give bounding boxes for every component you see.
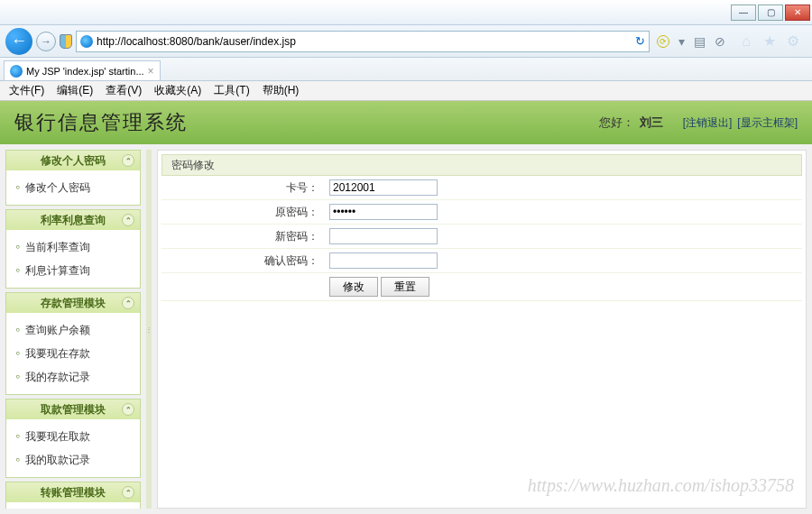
toolbar-icons: ⟳ ▾ ▤ ⊘ — [653, 34, 729, 49]
menu-bar: 文件(F) 编辑(E) 查看(V) 收藏夹(A) 工具(T) 帮助(H) — [0, 81, 812, 101]
menu-file[interactable]: 文件(F) — [4, 81, 50, 100]
sidebar-section-list: 修改个人密码 — [6, 170, 140, 205]
sidebar-section: 取款管理模块⌃我要现在取款我的取款记录 — [5, 399, 141, 478]
tabs-bar: My JSP 'index.jsp' startin... × — [0, 58, 812, 81]
tab-close-icon[interactable]: × — [148, 65, 154, 78]
show-frame-link[interactable]: [显示主框架] — [737, 115, 798, 131]
sidebar: 修改个人密码⌃修改个人密码利率利息查询⌃当前利率查询利息计算查询存款管理模块⌃查… — [5, 150, 141, 509]
menu-edit[interactable]: 编辑(E) — [51, 81, 98, 100]
sidebar-section: 利率利息查询⌃当前利率查询利息计算查询 — [5, 209, 141, 289]
sidebar-item[interactable]: 当前利率查询 — [15, 235, 131, 259]
reset-button[interactable]: 重置 — [381, 277, 429, 297]
content-area: 修改个人密码⌃修改个人密码利率利息查询⌃当前利率查询利息计算查询存款管理模块⌃查… — [0, 144, 812, 514]
feed-icon[interactable]: ▤ — [694, 34, 706, 49]
confirm-password-input[interactable] — [329, 252, 438, 269]
sidebar-section: 存款管理模块⌃查询账户余额我要现在存款我的存款记录 — [5, 292, 141, 395]
tab-active[interactable]: My JSP 'index.jsp' startin... × — [4, 60, 161, 80]
minimize-button[interactable]: — — [731, 5, 756, 21]
sidebar-item[interactable]: 查询账户余额 — [15, 318, 131, 342]
newpwd-label: 新密码： — [161, 225, 324, 249]
greeting-label: 您好： — [599, 115, 634, 131]
app-header: 银行信息管理系统 您好： 刘三 [注销退出] [显示主框架] — [0, 101, 812, 144]
window-buttons: — ▢ ✕ — [731, 5, 810, 21]
password-form: 卡号： 原密码： 新密码： 确认密码： 修改 重置 — [161, 176, 802, 301]
back-button[interactable]: ← — [5, 28, 32, 55]
menu-tools[interactable]: 工具(T) — [208, 81, 254, 100]
old-password-input[interactable] — [329, 204, 438, 220]
sidebar-section-header[interactable]: 取款管理模块⌃ — [6, 399, 140, 419]
sidebar-section-list: 当前利率查询利息计算查询 — [6, 230, 140, 288]
card-input[interactable] — [329, 179, 438, 196]
splitter-handle[interactable]: ⋮ — [146, 150, 152, 509]
window-titlebar: — ▢ ✕ — [0, 0, 812, 25]
oldpwd-label: 原密码： — [161, 200, 324, 225]
collapse-icon[interactable]: ⌃ — [122, 486, 134, 499]
menu-favorites[interactable]: 收藏夹(A) — [149, 81, 207, 100]
url-input[interactable] — [97, 32, 632, 51]
sidebar-item[interactable]: 利息计算查询 — [15, 259, 131, 282]
sidebar-item[interactable]: 我要现在取款 — [15, 425, 131, 448]
panel-title: 密码修改 — [161, 154, 802, 176]
tab-page-icon — [10, 65, 23, 78]
refresh-icon[interactable]: ↻ — [635, 34, 645, 48]
sidebar-section-header[interactable]: 存款管理模块⌃ — [6, 293, 140, 313]
menu-view[interactable]: 查看(V) — [100, 81, 147, 100]
sidebar-item[interactable]: 我要现在转账 — [15, 508, 131, 509]
favorites-icon[interactable]: ★ — [761, 33, 778, 50]
browser-navbar: ← → ↻ ⟳ ▾ ▤ ⊘ ⌂ ★ ⚙ — [0, 25, 812, 58]
close-button[interactable]: ✕ — [785, 5, 810, 21]
settings-gear-icon[interactable]: ⚙ — [785, 33, 801, 50]
address-bar[interactable]: ↻ — [76, 31, 650, 52]
tab-title: My JSP 'index.jsp' startin... — [26, 66, 144, 77]
main-panel: 密码修改 卡号： 原密码： 新密码： 确认密码： 修改 — [157, 150, 807, 509]
sidebar-section-list: 查询账户余额我要现在存款我的存款记录 — [6, 313, 140, 394]
sidebar-item[interactable]: 我的取款记录 — [15, 448, 131, 472]
new-password-input[interactable] — [329, 228, 438, 244]
dropdown-icon[interactable]: ▾ — [678, 34, 685, 49]
forward-button[interactable]: → — [36, 32, 56, 51]
collapse-icon[interactable]: ⌃ — [122, 154, 134, 167]
sidebar-section-header[interactable]: 修改个人密码⌃ — [6, 151, 140, 170]
maximize-button[interactable]: ▢ — [758, 5, 783, 21]
sidebar-section-header[interactable]: 转账管理模块⌃ — [6, 482, 140, 502]
home-icon[interactable]: ⌂ — [738, 33, 754, 50]
sidebar-section: 转账管理模块⌃我要现在转账我的转账记录 — [5, 482, 141, 509]
collapse-icon[interactable]: ⌃ — [122, 403, 134, 416]
collapse-icon[interactable]: ⌃ — [122, 297, 134, 309]
sidebar-section: 修改个人密码⌃修改个人密码 — [5, 150, 141, 206]
card-label: 卡号： — [161, 176, 324, 200]
logout-link[interactable]: [注销退出] — [683, 115, 733, 131]
security-shield-icon[interactable] — [60, 34, 72, 49]
user-area: 您好： 刘三 [注销退出] [显示主框架] — [599, 115, 798, 131]
browser-right-icons: ⌂ ★ ⚙ — [733, 33, 807, 50]
sidebar-section-header[interactable]: 利率利息查询⌃ — [6, 210, 140, 230]
submit-button[interactable]: 修改 — [329, 277, 378, 297]
sidebar-section-list: 我要现在取款我的取款记录 — [6, 419, 140, 477]
stop-icon[interactable]: ⊘ — [715, 34, 725, 49]
confirm-label: 确认密码： — [161, 249, 324, 273]
sidebar-section-list: 我要现在转账我的转账记录 — [6, 502, 140, 509]
ie-page-icon — [80, 35, 93, 48]
sidebar-item[interactable]: 我要现在存款 — [15, 342, 131, 365]
menu-help[interactable]: 帮助(H) — [257, 81, 305, 100]
compat-icon[interactable]: ⟳ — [657, 35, 669, 48]
app-title: 银行信息管理系统 — [14, 109, 188, 136]
username: 刘三 — [640, 115, 663, 131]
sidebar-item[interactable]: 我的存款记录 — [15, 365, 131, 389]
collapse-icon[interactable]: ⌃ — [122, 214, 134, 226]
sidebar-item[interactable]: 修改个人密码 — [15, 176, 131, 199]
